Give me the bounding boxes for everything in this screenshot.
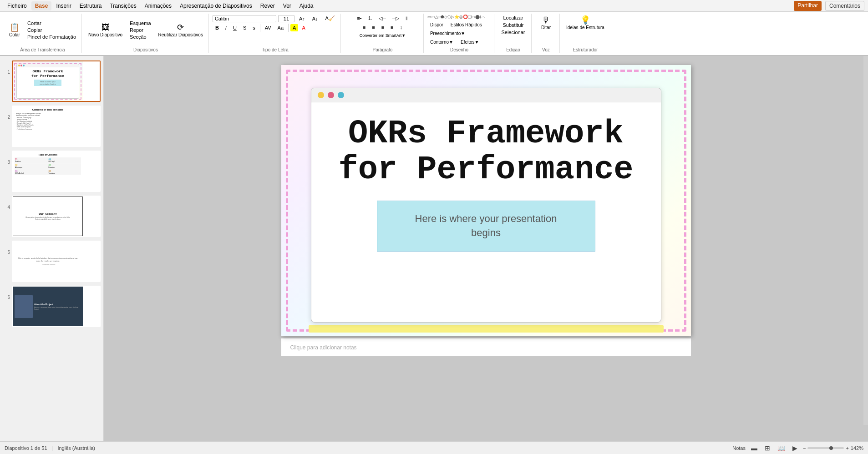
menu-apresentacao[interactable]: Apresentação de Diapositivos: [176, 1, 256, 10]
menu-inserir[interactable]: Inserir: [52, 1, 75, 10]
comments-button[interactable]: Comentários: [825, 1, 864, 11]
paragraph-label: Parágrafo: [372, 46, 392, 52]
zoom-level: 142%: [851, 445, 863, 451]
normal-view-button[interactable]: ▬: [749, 444, 759, 453]
clear-format-button[interactable]: A🧹: [323, 15, 338, 22]
find-button[interactable]: Localizar: [500, 15, 526, 21]
window-dot-blue: [338, 92, 344, 98]
fill-button[interactable]: Preenchimento▼: [427, 30, 468, 37]
menu-bar: Ficheiro Base Inserir Estrutura Transiçõ…: [0, 0, 868, 12]
align-left-button[interactable]: ≡: [360, 24, 368, 31]
font-grow-button[interactable]: A↑: [296, 15, 308, 22]
window-dot-pink: [328, 92, 334, 98]
slide-canvas[interactable]: OKRs Frameworkfor Performance Here is wh…: [281, 65, 691, 336]
columns-button[interactable]: ⫴: [403, 15, 411, 22]
slide-sorter-button[interactable]: ⊞: [763, 444, 772, 453]
menu-base[interactable]: Base: [31, 1, 52, 10]
thumb1-subtitle: Here is where your presentation begins: [36, 81, 60, 85]
bold-button[interactable]: B: [213, 24, 222, 31]
zoom-slider[interactable]: [829, 446, 833, 450]
menu-ajuda[interactable]: Ajuda: [296, 1, 317, 10]
char-spacing-button[interactable]: AV: [262, 24, 274, 31]
notes-button[interactable]: Notas: [732, 445, 746, 451]
font-color-button[interactable]: A: [299, 24, 308, 31]
line-spacing-button[interactable]: ↕: [397, 24, 406, 31]
zoom-in-button[interactable]: +: [846, 445, 848, 451]
slide-number-5: 5: [3, 241, 10, 255]
notes-placeholder: Clique para adicionar notas: [290, 344, 357, 351]
format-painter-button[interactable]: Pincel de Formatação: [25, 34, 79, 40]
paragraph-group: ≡• 1. ◁═ ═▷ ⫴ ≡ ≡ ≡ ≡ ↕ Converter em Sma…: [342, 14, 424, 53]
voice-group: 🎙 Ditar Voz: [533, 14, 560, 53]
edit-label: Edição: [506, 46, 520, 52]
case-button[interactable]: Aa: [275, 24, 286, 31]
thumb5-quote: This is a quote, words full of wisdom th…: [15, 257, 80, 262]
smartart-button[interactable]: Converter em SmartArt▼: [357, 32, 408, 39]
underline-button[interactable]: U: [230, 24, 239, 31]
slide-number-2: 2: [3, 106, 10, 120]
thumb3-title: Table of Contents: [38, 153, 57, 156]
language-indicator: Inglês (Austrália): [57, 445, 95, 451]
cut-button[interactable]: Cortar: [25, 20, 79, 26]
justify-button[interactable]: ≡: [388, 24, 396, 31]
slide-image-4: Our Company Mercury is the closest plane…: [12, 196, 101, 237]
reuse-slides-button[interactable]: ⟳ Reutilizar Diapositivos: [156, 22, 206, 39]
drawing-group: ▭⬭△○⬟◇⬠▷⭐◎⭕❑⬭⬤⟨⌒ Dispor Estilos Rápidos …: [425, 14, 494, 53]
designer-group: 💡 Ideias de Estrutura Estruturador: [561, 14, 610, 53]
slide-thumbnail-6[interactable]: 6 About the Project Mercury is the close…: [2, 285, 102, 328]
slideshow-button[interactable]: ▶: [791, 444, 799, 453]
menu-animacoes[interactable]: Animações: [141, 1, 175, 10]
slide-thumbnail-2[interactable]: 2 Contents of This Template Here you can…: [2, 105, 102, 148]
menu-rever[interactable]: Rever: [257, 1, 279, 10]
designer-label: Estruturador: [573, 46, 598, 52]
slide-number-1: 1: [3, 61, 10, 75]
font-size-input[interactable]: [278, 15, 294, 22]
effects-button[interactable]: Efeitos▼: [458, 39, 482, 45]
shadow-button[interactable]: s: [250, 24, 258, 31]
align-center-button[interactable]: ≡: [369, 24, 377, 31]
menu-transicoes[interactable]: Transições: [106, 1, 140, 10]
layout-button[interactable]: Esquema: [127, 20, 153, 26]
replace-button[interactable]: Substituir: [500, 22, 527, 28]
microphone-icon: 🎙: [542, 16, 550, 24]
reset-button[interactable]: Repor: [127, 27, 153, 33]
highlight-button[interactable]: A: [290, 24, 298, 31]
copy-button[interactable]: Copiar: [25, 27, 79, 33]
menu-ficheiro[interactable]: Ficheiro: [4, 1, 30, 10]
select-button[interactable]: Selecionar: [498, 29, 528, 35]
zoom-out-button[interactable]: −: [803, 445, 806, 451]
reading-view-button[interactable]: 📖: [776, 444, 787, 453]
strikethrough-button[interactable]: S: [240, 24, 249, 31]
section-button[interactable]: Secção: [127, 34, 153, 40]
increase-indent-button[interactable]: ═▷: [390, 15, 402, 22]
slide-panel: 1 OKRs Frameworkfor Performance: [0, 56, 104, 441]
decrease-indent-button[interactable]: ◁═: [376, 15, 389, 22]
italic-button[interactable]: I: [223, 24, 229, 31]
slide-thumbnail-3[interactable]: 3 Table of Contents 01Definition 04OKR I…: [2, 150, 102, 193]
dictate-button[interactable]: 🎙 Ditar: [538, 15, 554, 31]
slide-thumbnail-1[interactable]: 1 OKRs Frameworkfor Performance: [2, 60, 102, 103]
slide-image-1: OKRs Frameworkfor Performance Here is wh…: [12, 61, 101, 102]
align-right-button[interactable]: ≡: [379, 24, 387, 31]
dispor-button[interactable]: Dispor: [427, 21, 446, 28]
designer-button[interactable]: 💡 Ideias de Estrutura: [563, 15, 607, 31]
paste-button[interactable]: 📋 Colar: [6, 22, 23, 39]
new-slide-button[interactable]: 🖼 Novo Diapositivo: [86, 22, 125, 39]
estilos-button[interactable]: Estilos Rápidos: [448, 21, 485, 28]
font-shrink-button[interactable]: A↓: [310, 15, 321, 22]
ribbon: 📋 Colar Cortar Copiar Pincel de Formataç…: [0, 12, 868, 56]
slide-subtitle-text: Here is where your presentation begins: [400, 212, 572, 240]
subtitle-box[interactable]: Here is where your presentation begins: [377, 201, 595, 252]
thumb6-image: [15, 295, 33, 318]
notes-area[interactable]: Clique para adicionar notas: [281, 338, 691, 356]
menu-ver[interactable]: Ver: [279, 1, 295, 10]
slide-thumbnail-4[interactable]: 4 Our Company Mercury is the closest pla…: [2, 195, 102, 238]
outline-button[interactable]: Contorno▼: [427, 39, 456, 45]
font-name-input[interactable]: [213, 15, 276, 22]
share-button[interactable]: Partilhar: [794, 1, 822, 11]
bullets-button[interactable]: ≡•: [354, 15, 364, 22]
slide-thumbnail-5[interactable]: 5 This is a quote, words full of wisdom …: [2, 240, 102, 283]
numbering-button[interactable]: 1.: [365, 15, 375, 22]
menu-estrutura[interactable]: Estrutura: [76, 1, 106, 10]
thumb2-title: Contents of This Template: [15, 108, 81, 111]
